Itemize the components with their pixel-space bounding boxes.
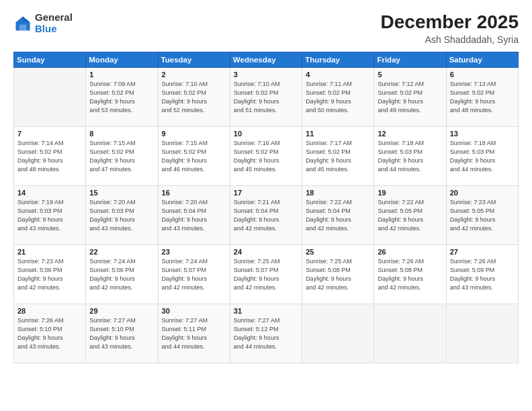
calendar-week-4: 21Sunrise: 7:23 AM Sunset: 5:06 PM Dayli… [14,244,519,304]
day-detail: Sunrise: 7:09 AM Sunset: 5:02 PM Dayligh… [89,80,154,115]
day-detail: Sunrise: 7:20 AM Sunset: 5:03 PM Dayligh… [89,198,154,233]
day-number: 16 [162,189,226,197]
calendar-cell: 15Sunrise: 7:20 AM Sunset: 5:03 PM Dayli… [86,185,158,244]
calendar-cell: 1Sunrise: 7:09 AM Sunset: 5:02 PM Daylig… [86,67,158,126]
calendar-cell: 25Sunrise: 7:25 AM Sunset: 5:08 PM Dayli… [302,244,374,304]
day-detail: Sunrise: 7:12 AM Sunset: 5:02 PM Dayligh… [378,80,442,115]
calendar-week-2: 7Sunrise: 7:14 AM Sunset: 5:02 PM Daylig… [14,126,519,185]
calendar-week-3: 14Sunrise: 7:19 AM Sunset: 5:03 PM Dayli… [14,185,519,244]
calendar-cell: 29Sunrise: 7:27 AM Sunset: 5:10 PM Dayli… [86,304,158,363]
calendar-cell: 23Sunrise: 7:24 AM Sunset: 5:07 PM Dayli… [158,244,230,304]
day-detail: Sunrise: 7:27 AM Sunset: 5:11 PM Dayligh… [162,316,226,351]
calendar-cell [14,67,86,126]
calendar-cell: 6Sunrise: 7:13 AM Sunset: 5:02 PM Daylig… [446,67,518,126]
header: General Blue December 2025 Ash Shaddadah… [13,12,519,45]
weekday-header-tuesday: Tuesday [158,52,230,67]
logo-icon [13,14,32,33]
day-number: 9 [162,130,226,138]
day-detail: Sunrise: 7:25 AM Sunset: 5:07 PM Dayligh… [234,257,298,292]
day-number: 22 [89,248,154,256]
calendar-cell: 17Sunrise: 7:21 AM Sunset: 5:04 PM Dayli… [230,185,302,244]
day-number: 25 [306,248,370,256]
day-number: 3 [234,71,298,79]
day-detail: Sunrise: 7:16 AM Sunset: 5:02 PM Dayligh… [234,139,298,174]
day-number: 4 [306,71,370,79]
calendar-cell: 9Sunrise: 7:15 AM Sunset: 5:02 PM Daylig… [158,126,230,185]
calendar-cell: 14Sunrise: 7:19 AM Sunset: 5:03 PM Dayli… [14,185,86,244]
day-detail: Sunrise: 7:24 AM Sunset: 5:06 PM Dayligh… [89,257,154,292]
day-detail: Sunrise: 7:17 AM Sunset: 5:02 PM Dayligh… [306,139,370,174]
logo-general-text: General [35,12,73,24]
calendar-cell: 8Sunrise: 7:15 AM Sunset: 5:02 PM Daylig… [86,126,158,185]
day-number: 21 [17,248,82,256]
logo: General Blue [13,12,73,34]
logo-text: General Blue [35,12,73,34]
calendar-cell: 21Sunrise: 7:23 AM Sunset: 5:06 PM Dayli… [14,244,86,304]
calendar-cell: 7Sunrise: 7:14 AM Sunset: 5:02 PM Daylig… [14,126,86,185]
calendar-cell: 18Sunrise: 7:22 AM Sunset: 5:04 PM Dayli… [302,185,374,244]
calendar-cell: 22Sunrise: 7:24 AM Sunset: 5:06 PM Dayli… [86,244,158,304]
day-detail: Sunrise: 7:18 AM Sunset: 5:03 PM Dayligh… [378,139,442,174]
day-number: 18 [306,189,370,197]
calendar-cell [446,304,518,363]
day-detail: Sunrise: 7:22 AM Sunset: 5:04 PM Dayligh… [306,198,370,233]
day-detail: Sunrise: 7:10 AM Sunset: 5:02 PM Dayligh… [234,80,298,115]
calendar-week-1: 1Sunrise: 7:09 AM Sunset: 5:02 PM Daylig… [14,67,519,126]
day-number: 31 [234,307,298,315]
calendar-cell: 28Sunrise: 7:26 AM Sunset: 5:10 PM Dayli… [14,304,86,363]
day-detail: Sunrise: 7:15 AM Sunset: 5:02 PM Dayligh… [162,139,226,174]
day-detail: Sunrise: 7:26 AM Sunset: 5:09 PM Dayligh… [450,257,515,292]
calendar-cell: 30Sunrise: 7:27 AM Sunset: 5:11 PM Dayli… [158,304,230,363]
calendar-cell [302,304,374,363]
day-detail: Sunrise: 7:20 AM Sunset: 5:04 PM Dayligh… [162,198,226,233]
day-number: 11 [306,130,370,138]
day-detail: Sunrise: 7:11 AM Sunset: 5:02 PM Dayligh… [306,80,370,115]
day-detail: Sunrise: 7:24 AM Sunset: 5:07 PM Dayligh… [162,257,226,292]
day-number: 5 [378,71,442,79]
weekday-header-thursday: Thursday [302,52,374,67]
calendar-cell: 31Sunrise: 7:27 AM Sunset: 5:12 PM Dayli… [230,304,302,363]
day-detail: Sunrise: 7:14 AM Sunset: 5:02 PM Dayligh… [17,139,82,174]
main-title: December 2025 [381,12,519,33]
day-detail: Sunrise: 7:13 AM Sunset: 5:02 PM Dayligh… [450,80,515,115]
calendar-cell: 10Sunrise: 7:16 AM Sunset: 5:02 PM Dayli… [230,126,302,185]
day-number: 10 [234,130,298,138]
weekday-header-monday: Monday [86,52,158,67]
day-detail: Sunrise: 7:27 AM Sunset: 5:10 PM Dayligh… [89,316,154,351]
day-detail: Sunrise: 7:25 AM Sunset: 5:08 PM Dayligh… [306,257,370,292]
day-number: 6 [450,71,515,79]
calendar-cell: 11Sunrise: 7:17 AM Sunset: 5:02 PM Dayli… [302,126,374,185]
calendar-cell: 16Sunrise: 7:20 AM Sunset: 5:04 PM Dayli… [158,185,230,244]
day-number: 13 [450,130,515,138]
calendar-week-5: 28Sunrise: 7:26 AM Sunset: 5:10 PM Dayli… [14,304,519,363]
svg-rect-2 [19,24,27,30]
day-number: 24 [234,248,298,256]
day-number: 8 [89,130,154,138]
day-detail: Sunrise: 7:26 AM Sunset: 5:08 PM Dayligh… [378,257,442,292]
day-detail: Sunrise: 7:27 AM Sunset: 5:12 PM Dayligh… [234,316,298,351]
day-detail: Sunrise: 7:22 AM Sunset: 5:05 PM Dayligh… [378,198,442,233]
day-number: 17 [234,189,298,197]
day-number: 7 [17,130,82,138]
day-number: 28 [17,307,82,315]
calendar-cell: 4Sunrise: 7:11 AM Sunset: 5:02 PM Daylig… [302,67,374,126]
page: General Blue December 2025 Ash Shaddadah… [0,0,532,411]
calendar-cell: 3Sunrise: 7:10 AM Sunset: 5:02 PM Daylig… [230,67,302,126]
calendar-cell: 19Sunrise: 7:22 AM Sunset: 5:05 PM Dayli… [374,185,446,244]
subtitle: Ash Shaddadah, Syria [381,34,519,45]
day-number: 12 [378,130,442,138]
day-number: 23 [162,248,226,256]
day-detail: Sunrise: 7:19 AM Sunset: 5:03 PM Dayligh… [17,198,82,233]
day-number: 27 [450,248,515,256]
weekday-header-saturday: Saturday [446,52,518,67]
day-detail: Sunrise: 7:21 AM Sunset: 5:04 PM Dayligh… [234,198,298,233]
weekday-header-wednesday: Wednesday [230,52,302,67]
weekday-header-row: SundayMondayTuesdayWednesdayThursdayFrid… [14,52,519,67]
day-number: 20 [450,189,515,197]
day-number: 14 [17,189,82,197]
day-number: 2 [162,71,226,79]
logo-blue-text: Blue [35,24,73,35]
calendar-cell: 5Sunrise: 7:12 AM Sunset: 5:02 PM Daylig… [374,67,446,126]
day-detail: Sunrise: 7:23 AM Sunset: 5:05 PM Dayligh… [450,198,515,233]
calendar-cell: 12Sunrise: 7:18 AM Sunset: 5:03 PM Dayli… [374,126,446,185]
